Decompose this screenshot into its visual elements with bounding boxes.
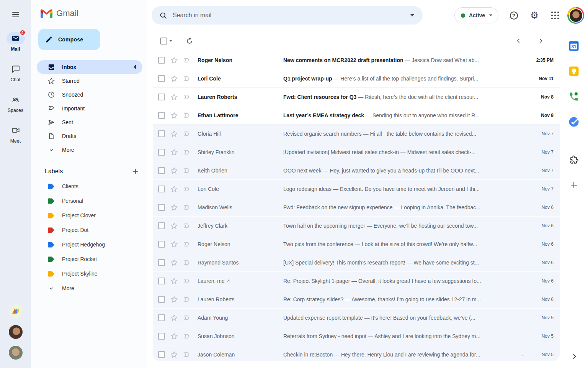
important-marker-icon[interactable]	[183, 93, 191, 101]
email-row[interactable]: Lauren RobertsFwd: Client resources for …	[153, 88, 560, 106]
email-row[interactable]: Lauren, me4Re: Project Skylight 1-pager …	[153, 272, 560, 290]
sidebar-item-starred[interactable]: Starred	[37, 74, 142, 88]
email-row[interactable]: Raymond Santos[UX] Special delivery! Thi…	[153, 253, 560, 272]
email-checkbox[interactable]	[158, 241, 165, 248]
rail-item-chat[interactable]: Chat	[0, 63, 31, 83]
labels-more[interactable]: More	[37, 281, 142, 296]
star-icon[interactable]	[170, 295, 178, 304]
star-icon[interactable]	[170, 203, 178, 212]
email-checkbox[interactable]	[158, 278, 165, 284]
sidebar-item-drafts[interactable]: Drafts	[37, 129, 142, 143]
email-checkbox[interactable]	[158, 186, 165, 192]
star-icon[interactable]	[170, 166, 178, 175]
email-row[interactable]: Susan JohnsonReferrals from Sydney - nee…	[153, 327, 560, 345]
sidebar-item-snoozed[interactable]: Snoozed	[37, 88, 142, 102]
important-marker-icon[interactable]	[183, 148, 191, 156]
star-icon[interactable]	[170, 148, 178, 156]
star-icon[interactable]	[170, 93, 178, 101]
email-checkbox[interactable]	[158, 204, 165, 211]
important-marker-icon[interactable]	[183, 350, 191, 359]
star-icon[interactable]	[170, 56, 178, 64]
tasks-icon[interactable]	[567, 115, 580, 128]
star-icon[interactable]	[170, 350, 178, 359]
calendar-icon[interactable]: 31	[567, 39, 580, 53]
rail-item-spaces[interactable]: Spaces	[0, 94, 31, 113]
important-marker-icon[interactable]	[183, 332, 191, 340]
search-input[interactable]	[173, 12, 410, 19]
refresh-button[interactable]	[183, 34, 196, 48]
select-dropdown-caret-icon[interactable]	[169, 40, 172, 42]
star-icon[interactable]	[170, 74, 178, 83]
email-row[interactable]: Jeffrey ClarkTown hall on the upcoming m…	[153, 217, 560, 235]
email-checkbox[interactable]	[158, 94, 165, 100]
label-item-project-dot[interactable]: Project Dot	[37, 223, 142, 237]
email-row[interactable]: Roger NelsonTwo pics from the conference…	[153, 235, 560, 253]
email-checkbox[interactable]	[158, 75, 165, 82]
search-bar[interactable]	[152, 6, 423, 25]
create-label-button[interactable]	[130, 166, 141, 177]
important-marker-icon[interactable]	[183, 74, 191, 83]
settings-button[interactable]: ⚙	[526, 7, 543, 24]
help-button[interactable]: ?	[505, 7, 522, 24]
main-menu-icon[interactable]	[8, 7, 23, 22]
star-icon[interactable]	[170, 111, 178, 120]
email-checkbox[interactable]	[158, 296, 165, 303]
email-row[interactable]: Keith ObrienOOO next week — Hey, just wa…	[153, 161, 560, 180]
email-checkbox[interactable]	[158, 149, 165, 156]
addons-icon[interactable]	[567, 153, 580, 166]
email-row[interactable]: Madison WellsFwd: Feedback on the new si…	[153, 198, 560, 217]
label-item-clients[interactable]: Clients	[37, 179, 142, 194]
rail-item-mail[interactable]: 4Mail	[0, 32, 31, 52]
important-marker-icon[interactable]	[183, 240, 191, 248]
compose-button[interactable]: Compose	[38, 29, 100, 50]
email-row[interactable]: Roger NelsonNew comments on MCR2022 draf…	[153, 51, 560, 69]
star-icon[interactable]	[170, 222, 178, 230]
important-marker-icon[interactable]	[183, 314, 191, 322]
star-icon[interactable]	[170, 258, 178, 267]
email-checkbox[interactable]	[158, 167, 165, 174]
important-marker-icon[interactable]	[183, 111, 191, 120]
add-icon[interactable]	[567, 179, 580, 192]
email-checkbox[interactable]	[158, 112, 165, 119]
important-marker-icon[interactable]	[183, 222, 191, 230]
label-item-project-rocket[interactable]: Project Rocket	[37, 252, 142, 266]
email-checkbox[interactable]	[158, 351, 165, 358]
email-checkbox[interactable]	[158, 130, 165, 137]
star-icon[interactable]	[170, 240, 178, 248]
search-options-caret-icon[interactable]	[410, 14, 414, 16]
email-row[interactable]: Ethan LattimoreLast year’s EMEA strategy…	[153, 106, 560, 125]
older-page-button[interactable]	[534, 35, 547, 47]
important-marker-icon[interactable]	[183, 295, 191, 304]
profile-avatar[interactable]	[567, 7, 584, 24]
label-item-project-skyline[interactable]: Project Skyline	[37, 266, 142, 281]
email-row[interactable]: Gloria HillRevised organic search number…	[153, 125, 560, 143]
email-checkbox[interactable]	[158, 259, 165, 266]
email-row[interactable]: Shirley Franklin[Updated invitation] Mid…	[153, 143, 560, 161]
important-marker-icon[interactable]	[183, 56, 191, 64]
important-marker-icon[interactable]	[183, 185, 191, 193]
important-marker-icon[interactable]	[183, 203, 191, 212]
important-marker-icon[interactable]	[183, 130, 191, 138]
sidebar-item-more[interactable]: More	[37, 143, 142, 157]
newer-page-button[interactable]	[512, 35, 524, 47]
important-marker-icon[interactable]	[183, 258, 191, 267]
rail-item-meet[interactable]: Meet	[0, 124, 31, 144]
side-panel-expand-button[interactable]	[567, 350, 581, 363]
google-apps-button[interactable]	[547, 7, 564, 24]
email-row[interactable]: Lori ColeLogo redesign ideas — Excellent…	[153, 180, 560, 198]
star-icon[interactable]	[170, 130, 178, 138]
select-all-checkbox[interactable]	[160, 38, 167, 44]
star-icon[interactable]	[170, 332, 178, 340]
status-chip[interactable]: Active	[454, 7, 498, 23]
email-checkbox[interactable]	[158, 57, 165, 64]
label-item-personal[interactable]: Personal	[37, 194, 142, 208]
email-row[interactable]: Adam YoungUpdated expense report templat…	[153, 309, 560, 327]
voice-icon[interactable]	[567, 90, 580, 103]
email-row[interactable]: Jason ColemanCheckin in re:Boston — Hey …	[153, 345, 560, 361]
contact-avatar-logo[interactable]	[9, 304, 23, 318]
email-checkbox[interactable]	[158, 222, 165, 229]
star-icon[interactable]	[170, 277, 178, 285]
star-icon[interactable]	[170, 185, 178, 193]
label-item-project-clover[interactable]: Project Clover	[37, 208, 142, 223]
email-checkbox[interactable]	[158, 333, 165, 340]
